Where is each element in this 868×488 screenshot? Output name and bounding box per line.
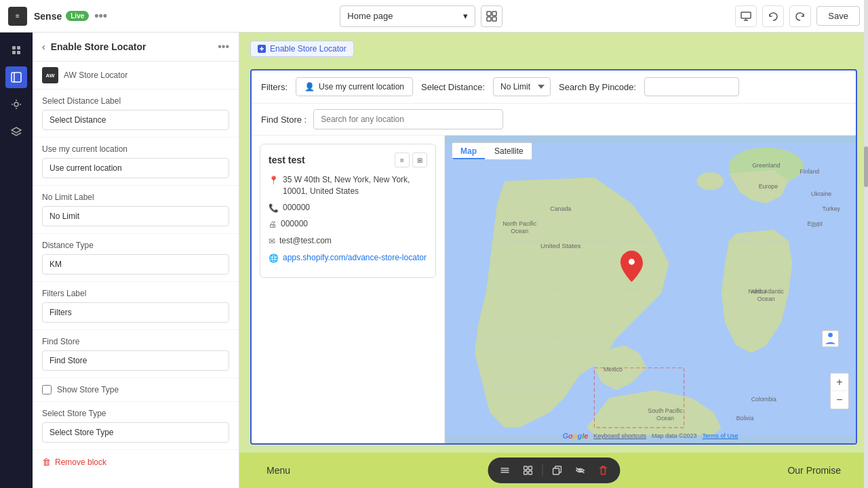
content-area: Enable Store Locator Filters: 👤 Use my c… [239, 33, 868, 488]
toolbar-separator [542, 464, 542, 476]
field-use-current-location: Use my current location [33, 138, 239, 186]
scrollbar-thumb[interactable] [864, 146, 868, 187]
svg-text:Colombia: Colombia [751, 396, 776, 403]
sidebar-header: ‹ Enable Store Locator ••• [33, 33, 239, 62]
store-card-grid-btn[interactable]: ⊞ [412, 152, 427, 167]
google-logo: Google [562, 432, 588, 440]
show-store-type-label[interactable]: Show Store Type [57, 385, 119, 394]
redo-button[interactable] [789, 5, 811, 27]
toolbar-grid-btn[interactable] [519, 462, 536, 479]
input-distance-type[interactable] [42, 254, 229, 274]
distance-select[interactable]: No Limit 5 KM 10 KM 25 KM 50 KM [493, 77, 551, 96]
page-selector-label: Home page [347, 11, 393, 21]
brand-name: Sense [34, 11, 62, 22]
bottom-toolbar [488, 458, 620, 483]
pincode-label: Search By Pincode: [559, 82, 636, 92]
input-store-type[interactable] [42, 422, 229, 443]
widget-body: test test ≡ ⊞ 📍 35 W 40th St, New York, … [252, 136, 856, 443]
sidebar-header-dots[interactable]: ••• [218, 41, 229, 53]
svg-text:Canada: Canada [550, 205, 571, 212]
svg-marker-18 [12, 127, 21, 133]
input-no-limit[interactable] [42, 206, 229, 226]
svg-rect-4 [741, 12, 751, 18]
map-container: United States North Pacific Ocean North … [445, 136, 856, 443]
store-fax: 000000 [281, 218, 308, 230]
field-label-select-distance: Select Distance Label [42, 96, 229, 106]
save-button[interactable]: Save [816, 6, 860, 26]
show-store-type-checkbox[interactable] [42, 385, 52, 394]
svg-text:Turkey: Turkey [822, 205, 840, 212]
page-selector[interactable]: Home page ▾ [340, 5, 475, 27]
toolbar-hide-btn[interactable] [571, 462, 589, 479]
nav-icons [0, 33, 33, 488]
toolbar-copy-btn[interactable] [548, 462, 566, 479]
svg-rect-7 [12, 46, 16, 49]
find-store-row: Find Store : [252, 104, 856, 136]
trash-icon: 🗑 [42, 457, 51, 467]
svg-point-50 [828, 333, 833, 338]
svg-text:Ocean: Ocean [511, 228, 528, 235]
svg-text:Ocean: Ocean [757, 296, 775, 302]
svg-rect-9 [12, 51, 16, 54]
toolbar-delete-icon [599, 466, 607, 475]
field-no-limit-label: No Limit Label [33, 186, 239, 234]
keyboard-shortcuts[interactable]: Keyboard shortcuts [593, 432, 646, 439]
remove-block-button[interactable]: 🗑 Remove block [33, 450, 239, 474]
sidebar-title: Enable Store Locator [51, 41, 213, 52]
svg-text:Bolivia: Bolivia [736, 415, 754, 422]
bottom-promise-item[interactable]: Our Promise [787, 465, 841, 476]
bottom-menu-item[interactable]: Menu [267, 465, 290, 476]
store-name: test test [269, 155, 305, 165]
enable-store-locator-bar[interactable]: Enable Store Locator [250, 41, 354, 57]
redo-icon [795, 12, 805, 21]
store-locator-widget: Filters: 👤 Use my current location Selec… [250, 69, 857, 445]
nav-icon-active[interactable] [5, 66, 27, 88]
map-svg: United States North Pacific Ocean North … [445, 136, 856, 443]
store-website-link[interactable]: apps.shopify.com/advance-store-locator [283, 252, 427, 264]
remove-block-label: Remove block [55, 458, 106, 467]
filters-label: Filters: [261, 82, 288, 92]
svg-text:Finland: Finland [800, 168, 819, 175]
vertical-scrollbar[interactable] [864, 0, 868, 488]
store-card-icons: ≡ ⊞ [395, 152, 427, 167]
location-btn-label: Use my current location [319, 82, 404, 92]
terms-link[interactable]: Terms of Use [703, 432, 738, 439]
map-tab-map[interactable]: Map [452, 143, 485, 159]
toolbar-delete-btn[interactable] [594, 462, 612, 479]
grid-view-button[interactable] [481, 5, 502, 27]
svg-text:Europe: Europe [759, 183, 778, 190]
toolbar-grid-icon [523, 466, 532, 475]
map-tab-satellite[interactable]: Satellite [486, 143, 532, 159]
topbar-dots[interactable]: ••• [94, 9, 107, 23]
undo-button[interactable] [762, 5, 784, 27]
toolbar-list-btn[interactable] [496, 462, 513, 479]
input-current-location[interactable] [42, 158, 229, 178]
app-logo[interactable]: ≡ [8, 7, 27, 26]
sidebar-back-button[interactable]: ‹ [42, 41, 45, 52]
svg-rect-55 [528, 466, 532, 470]
zoom-out-button[interactable]: − [831, 391, 848, 409]
field-select-store-type: Select Store Type [33, 402, 239, 450]
monitor-icon-button[interactable] [735, 5, 757, 27]
nav-icon-tools[interactable] [5, 94, 27, 115]
nav-icon-home[interactable] [5, 39, 27, 61]
field-label-distance-type: Distance Type [42, 241, 229, 250]
field-filters-label: Filters Label [33, 282, 239, 330]
store-card: test test ≡ ⊞ 📍 35 W 40th St, New York, … [260, 144, 436, 278]
plugin-icon: AW [42, 67, 58, 83]
field-label-store-type: Select Store Type [42, 409, 229, 418]
input-find-store[interactable] [42, 350, 229, 371]
use-current-location-button[interactable]: 👤 Use my current location [296, 77, 413, 96]
input-select-distance[interactable] [42, 110, 229, 130]
show-store-type-row: Show Store Type [33, 378, 239, 402]
svg-rect-59 [553, 468, 559, 474]
pincode-input[interactable] [644, 77, 739, 96]
zoom-in-button[interactable]: + [831, 373, 848, 391]
map-attribution: Map data ©2023 [652, 432, 697, 439]
input-filters[interactable] [42, 302, 229, 323]
nav-icon-layers[interactable] [5, 121, 27, 142]
sidebar-plugin: AW AW Store Locator [33, 62, 239, 89]
find-store-input[interactable] [313, 109, 503, 129]
home-icon [11, 45, 22, 56]
store-card-list-btn[interactable]: ≡ [395, 152, 410, 167]
